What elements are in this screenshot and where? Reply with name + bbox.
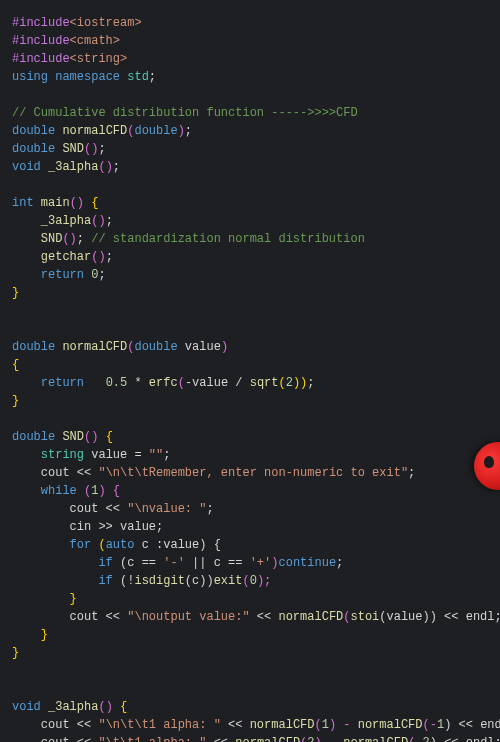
- code-line: cout << "\nvalue: ";: [12, 502, 214, 516]
- code-line: cout << "\noutput value:" << normalCFD(s…: [12, 610, 500, 624]
- code-line: return 0.5 * erfc(-value / sqrt(2));: [12, 376, 315, 390]
- code-line: void _3alpha();: [12, 160, 120, 174]
- code-line: while (1) {: [12, 484, 120, 498]
- code-line: double SND();: [12, 142, 106, 156]
- code-line: return 0;: [12, 268, 106, 282]
- code-line: void _3alpha() {: [12, 700, 127, 714]
- code-line: cout << "\n\t\t1 alpha: " << normalCFD(1…: [12, 718, 500, 732]
- code-line: double normalCFD(double value): [12, 340, 228, 354]
- code-line: string value = "";: [12, 448, 170, 462]
- code-line: if (c == '-' || c == '+')continue;: [12, 556, 343, 570]
- code-line: // Cumulative distribution function ----…: [12, 106, 358, 120]
- code-line: int main() {: [12, 196, 98, 210]
- code-block: #include<iostream> #include<cmath> #incl…: [0, 0, 500, 742]
- code-line: cout << "\n\t\tRemember, enter non-numer…: [12, 466, 415, 480]
- code-line: }: [12, 646, 19, 660]
- code-line: cin >> value;: [12, 520, 163, 534]
- code-line: if (!isdigit(c))exit(0);: [12, 574, 271, 588]
- code-line: getchar();: [12, 250, 113, 264]
- code-line: for (auto c :value) {: [12, 538, 221, 552]
- code-line: using namespace std;: [12, 70, 156, 84]
- code-line: _3alpha();: [12, 214, 113, 228]
- code-line: double normalCFD(double);: [12, 124, 192, 138]
- code-line: }: [12, 394, 19, 408]
- code-line: }: [12, 628, 48, 642]
- code-line: cout << "\t\t1 alpha: " << normalCFD(2) …: [12, 736, 500, 742]
- code-line: #include<iostream>: [12, 16, 142, 30]
- code-line: }: [12, 286, 19, 300]
- code-line: {: [12, 358, 19, 372]
- code-line: SND(); // standardization normal distrib…: [12, 232, 365, 246]
- code-line: }: [12, 592, 77, 606]
- code-line: double SND() {: [12, 430, 113, 444]
- code-line: #include<cmath>: [12, 34, 120, 48]
- code-line: #include<string>: [12, 52, 127, 66]
